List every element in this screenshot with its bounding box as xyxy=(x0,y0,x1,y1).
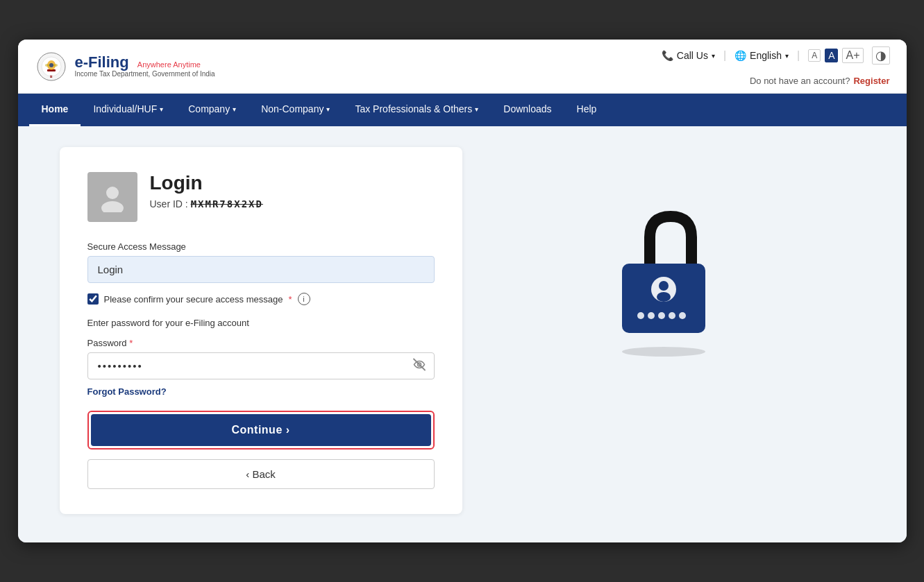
login-section: Login User ID : MXMR78X2XD Secure Access… xyxy=(60,147,462,514)
user-id-value: MXMR78X2XD xyxy=(191,198,263,209)
nav-tax-arrow: ▾ xyxy=(475,105,478,113)
nav-help-label: Help xyxy=(577,103,597,114)
separator2: | xyxy=(797,49,800,62)
svg-text:🏛: 🏛 xyxy=(50,75,53,78)
call-us-button[interactable]: 📞 Call Us ▾ xyxy=(662,50,715,61)
lock-illustration xyxy=(462,147,865,357)
nav-individual-arrow: ▾ xyxy=(160,105,163,113)
efiling-label: e-Filing xyxy=(75,53,129,71)
back-label: ‹ Back xyxy=(246,468,276,480)
logo-emblem: 🏛 xyxy=(35,50,68,83)
lock-icon xyxy=(608,203,719,341)
lang-chevron: ▾ xyxy=(785,52,789,60)
svg-point-13 xyxy=(659,281,669,291)
nav-home-label: Home xyxy=(42,103,69,114)
lock-shadow xyxy=(622,347,705,357)
language-label: English xyxy=(750,50,782,61)
language-selector[interactable]: 🌐 English ▾ xyxy=(734,50,789,61)
svg-point-17 xyxy=(658,312,665,319)
emblem-icon: 🏛 xyxy=(36,51,67,82)
password-field-wrapper xyxy=(87,352,435,379)
svg-point-6 xyxy=(53,64,58,67)
nav-noncompany-label: Non-Company xyxy=(261,103,324,114)
password-label-text: Password xyxy=(87,338,127,348)
lock-svg xyxy=(608,203,719,344)
svg-point-4 xyxy=(49,63,53,67)
avatar-icon xyxy=(97,182,128,212)
globe-icon: 🌐 xyxy=(734,50,746,61)
font-mid-button[interactable]: A xyxy=(825,49,838,62)
nav-tax-label: Tax Professionals & Others xyxy=(355,103,472,114)
font-controls: A A A+ xyxy=(808,48,863,63)
user-id-label: User ID : xyxy=(150,198,188,209)
secure-access-label: Secure Access Message xyxy=(87,241,435,252)
nav-help[interactable]: Help xyxy=(564,94,610,126)
nav-noncompany-arrow: ▾ xyxy=(326,105,330,113)
back-button[interactable]: ‹ Back xyxy=(87,459,435,489)
contrast-button[interactable]: ◑ xyxy=(872,46,890,65)
nav-downloads-label: Downloads xyxy=(503,103,551,114)
logo-subtitle: Income Tax Department, Government of Ind… xyxy=(75,70,215,78)
register-link[interactable]: Register xyxy=(853,76,889,86)
phone-icon: 📞 xyxy=(662,50,673,61)
nav-home[interactable]: Home xyxy=(29,94,81,126)
login-header: Login User ID : MXMR78X2XD xyxy=(87,172,435,222)
logo-efiling: e-Filing Anywhere Anytime xyxy=(75,55,215,70)
login-title: Login xyxy=(150,172,263,194)
top-bar: 🏛 e-Filing Anywhere Anytime Income Tax D… xyxy=(18,40,907,94)
confirm-label: Please confirm your secure access messag… xyxy=(104,294,283,305)
nav-bar: Home Individual/HUF ▾ Company ▾ Non-Comp… xyxy=(18,94,907,126)
info-icon[interactable]: i xyxy=(298,293,310,305)
nav-company-arrow: ▾ xyxy=(233,105,236,113)
main-content: Login User ID : MXMR78X2XD Secure Access… xyxy=(18,126,907,542)
browser-frame: 🏛 e-Filing Anywhere Anytime Income Tax D… xyxy=(18,40,907,542)
nav-company[interactable]: Company ▾ xyxy=(176,94,249,126)
continue-button[interactable]: Continue › xyxy=(91,414,431,446)
svg-point-19 xyxy=(679,312,686,319)
top-right: 📞 Call Us ▾ | 🌐 English ▾ | A A A+ ◑ xyxy=(662,46,890,86)
call-us-chevron: ▾ xyxy=(712,52,715,60)
confirm-checkbox[interactable] xyxy=(87,293,99,305)
avatar xyxy=(87,172,137,222)
separator1: | xyxy=(723,49,726,62)
logo-text: e-Filing Anywhere Anytime Income Tax Dep… xyxy=(75,55,215,78)
toggle-password-icon[interactable] xyxy=(412,357,426,375)
password-required: * xyxy=(129,338,133,348)
logo-area: 🏛 e-Filing Anywhere Anytime Income Tax D… xyxy=(35,50,215,83)
nav-individual-label: Individual/HUF xyxy=(93,103,157,114)
svg-point-9 xyxy=(101,201,124,212)
call-us-label: Call Us xyxy=(677,50,708,61)
nav-downloads[interactable]: Downloads xyxy=(491,94,564,126)
font-small-button[interactable]: A xyxy=(808,49,821,62)
confirm-row: Please confirm your secure access messag… xyxy=(87,293,435,305)
enter-password-text: Enter password for your e-Filing account xyxy=(87,318,435,328)
password-label: Password * xyxy=(87,338,435,348)
secure-access-message: Login xyxy=(87,256,435,283)
svg-point-8 xyxy=(106,187,119,199)
svg-point-5 xyxy=(45,64,49,67)
anywhere-label: Anywhere Anytime xyxy=(137,60,201,69)
font-large-button[interactable]: A+ xyxy=(842,48,863,63)
confirm-required: * xyxy=(288,294,292,305)
password-input[interactable] xyxy=(87,352,435,379)
register-row: Do not have an account? Register xyxy=(750,76,890,86)
svg-point-15 xyxy=(637,312,644,319)
continue-label: Continue › xyxy=(231,424,289,436)
nav-tax-professionals[interactable]: Tax Professionals & Others ▾ xyxy=(342,94,491,126)
login-title-area: Login User ID : MXMR78X2XD xyxy=(150,172,263,209)
svg-point-14 xyxy=(657,292,671,302)
continue-btn-wrapper: Continue › xyxy=(87,411,435,450)
nav-individual[interactable]: Individual/HUF ▾ xyxy=(81,94,176,126)
nav-company-label: Company xyxy=(188,103,230,114)
forgot-password-link[interactable]: Forgot Password? xyxy=(87,386,435,397)
svg-point-16 xyxy=(648,312,655,319)
no-account-text: Do not have an account? xyxy=(750,76,850,86)
user-id-row: User ID : MXMR78X2XD xyxy=(150,198,263,209)
svg-point-18 xyxy=(669,312,675,319)
nav-noncompany[interactable]: Non-Company ▾ xyxy=(249,94,342,126)
top-right-controls: 📞 Call Us ▾ | 🌐 English ▾ | A A A+ ◑ xyxy=(662,46,890,65)
